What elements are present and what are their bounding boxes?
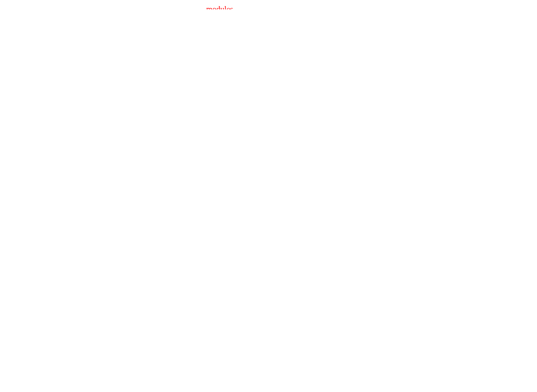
annotation-modules: modules xyxy=(206,5,233,9)
